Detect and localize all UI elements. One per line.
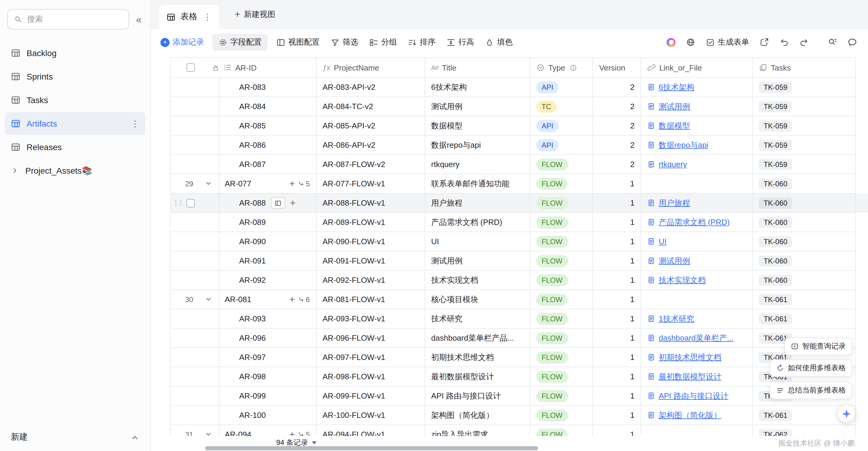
cell-project-name[interactable]: AR-084-TC-v2 — [317, 97, 425, 116]
cell-ar-id[interactable]: AR-092 + — [219, 271, 317, 290]
cell-version[interactable]: 2 — [593, 78, 641, 97]
cell-title[interactable]: 产品需求文档 (PRD) — [425, 213, 530, 232]
cell-version[interactable]: 1 — [593, 386, 641, 406]
collapse-group-icon[interactable] — [205, 180, 212, 188]
cell-link-or-file[interactable]: 架构图（简化版） — [641, 406, 753, 425]
cell-ar-id[interactable]: AR-081 + 6 — [219, 290, 316, 309]
cell-project-name[interactable]: AR-091-FLOW-v1 — [317, 251, 425, 271]
cell-ar-id[interactable]: AR-091 + — [219, 251, 317, 271]
cell-tasks[interactable]: TK-059 — [753, 155, 856, 174]
select-all-checkbox[interactable] — [186, 63, 195, 72]
cell-version[interactable]: 1 — [593, 367, 641, 386]
cell-link-or-file[interactable]: 用户旅程 — [641, 194, 753, 213]
cell-type[interactable]: FLOW — [530, 425, 593, 436]
cell-type[interactable]: FLOW — [530, 406, 593, 425]
cell-version[interactable]: 1 — [593, 232, 641, 251]
cell-title[interactable]: zip导入导出需求 — [425, 425, 530, 436]
undo-icon[interactable] — [779, 37, 789, 47]
cell-ar-id[interactable]: AR-084 + — [219, 97, 317, 116]
cell-version[interactable]: 1 — [593, 194, 641, 213]
row-select-cell[interactable]: ⋮⋮ — [171, 309, 219, 329]
add-subrecord-button[interactable]: + — [289, 294, 295, 304]
cell-version[interactable]: 1 — [593, 271, 641, 290]
column-header-type[interactable]: Type — [530, 57, 593, 78]
cell-project-name[interactable]: AR-089-FLOW-v1 — [317, 213, 425, 232]
tab-table-view[interactable]: 表格 ⋮ — [159, 5, 219, 29]
row-select-cell[interactable]: ⋮⋮ — [171, 251, 219, 271]
info-icon[interactable] — [569, 64, 577, 71]
sidebar-item-backlog[interactable]: Backlog — [5, 42, 145, 65]
cell-title[interactable]: 数据repo与api — [425, 136, 530, 155]
row-select-cell[interactable]: ⋮⋮ — [171, 155, 219, 174]
cell-link-or-file[interactable]: 产品需求文档 (PRD) — [641, 213, 753, 232]
cell-link-or-file[interactable]: 数据repo与api — [641, 136, 753, 155]
cell-project-name[interactable]: AR-083-API-v2 — [317, 78, 425, 97]
cell-tasks[interactable]: TK-060 — [753, 194, 856, 213]
row-select-cell[interactable]: ⋮⋮ — [171, 116, 219, 136]
cell-version[interactable]: 1 — [593, 348, 641, 367]
column-header-link-or-file[interactable]: Link_or_File — [641, 57, 753, 78]
row-select-cell[interactable]: ⋮⋮ — [171, 232, 219, 251]
collapse-sidebar-button[interactable]: « — [135, 14, 143, 24]
cell-ar-id[interactable]: AR-085 + — [219, 116, 317, 136]
cell-version[interactable]: 1 — [593, 290, 641, 309]
search-input[interactable]: 搜索 — [7, 9, 129, 30]
cell-project-name[interactable]: AR-087-FLOW-v2 — [317, 155, 425, 174]
cell-type[interactable]: FLOW — [530, 329, 593, 348]
row-select-cell[interactable]: ⋮⋮ — [171, 329, 219, 348]
file-link[interactable]: 最初数据模型设计 — [659, 371, 721, 382]
cell-title[interactable]: rtkquery — [425, 155, 530, 174]
table-row[interactable]: ⋮⋮ AR-089 + AR-089-FLOW-v1 产品需求文档 (PRD) … — [171, 213, 868, 232]
cell-version[interactable]: 1 — [593, 174, 641, 194]
cell-ar-id[interactable]: AR-083 + — [219, 78, 317, 97]
collapse-group-icon[interactable] — [205, 295, 212, 303]
add-subrecord-button[interactable]: + — [289, 429, 295, 436]
sidebar-folder-project-assets[interactable]: Project_Assets📚 — [5, 159, 145, 182]
cell-version[interactable]: 2 — [593, 97, 641, 116]
cell-version[interactable]: 1 — [593, 309, 641, 329]
cell-version[interactable]: 1 — [593, 213, 641, 232]
cell-type[interactable]: FLOW — [530, 174, 593, 194]
row-select-cell[interactable]: ⋮⋮ — [171, 78, 219, 97]
cell-project-name[interactable]: AR-086-API-v2 — [317, 136, 425, 155]
cell-type[interactable]: FLOW — [530, 213, 593, 232]
row-select-cell[interactable]: ⋮⋮ — [171, 406, 219, 425]
cell-tasks[interactable]: TK-060 — [753, 213, 856, 232]
file-link[interactable]: 用户旅程 — [659, 197, 690, 208]
cell-tasks[interactable]: TK-059 — [753, 97, 856, 116]
cell-project-name[interactable]: AR-093-FLOW-v1 — [317, 309, 425, 329]
add-record-button[interactable]: + 添加记录 — [160, 37, 204, 47]
table-row[interactable]: ⋮⋮ AR-084 + AR-084-TC-v2 测试用例 TC 2 测试用例 … — [171, 97, 868, 116]
cell-version[interactable]: 1 — [593, 406, 641, 425]
row-height-button[interactable]: 行高 — [446, 37, 474, 47]
row-checkbox[interactable] — [186, 199, 195, 207]
cell-title[interactable]: 测试用例 — [425, 97, 530, 116]
sidebar-item-sprints[interactable]: Sprints — [5, 65, 145, 88]
cell-link-or-file[interactable]: 1技术研究 — [641, 309, 753, 329]
cell-type[interactable]: TC — [530, 97, 593, 116]
cell-title[interactable]: 核心项目模块 — [425, 290, 530, 309]
cell-ar-id[interactable]: AR-087 + — [219, 155, 317, 174]
file-link[interactable]: rtkquery — [659, 160, 687, 169]
cell-type[interactable]: FLOW — [530, 232, 593, 251]
ai-suggestion-summarize[interactable]: 总结当前多维表格 — [770, 382, 852, 399]
cell-link-or-file[interactable]: 6技术架构 — [641, 78, 753, 97]
cell-type[interactable]: FLOW — [530, 367, 593, 386]
search-records-icon[interactable] — [828, 37, 837, 47]
file-link[interactable]: 技术实现文档 — [659, 275, 706, 286]
cell-version[interactable]: 1 — [593, 329, 641, 348]
cell-type[interactable]: API — [530, 78, 593, 97]
cell-link-or-file[interactable]: 测试用例 — [641, 97, 753, 116]
row-select-cell[interactable]: ⋮⋮ 29 — [171, 174, 219, 194]
row-select-cell[interactable]: ⋮⋮ — [171, 136, 219, 155]
cell-ar-id[interactable]: AR-100 + — [219, 406, 317, 425]
field-config-button[interactable]: 字段配置 — [212, 34, 268, 51]
table-row[interactable]: ⋮⋮ AR-100 + AR-100-FLOW-v1 架构图（简化版） FLOW… — [171, 406, 868, 425]
table-row[interactable]: ⋮⋮ AR-085 + AR-085-API-v2 数据模型 API 2 数据模… — [171, 116, 868, 136]
cell-link-or-file[interactable]: UI — [641, 232, 753, 251]
table-row[interactable]: ⋮⋮ 30 AR-081 + 6 AR-081-FLOW-v1 核心项目模块 F… — [171, 290, 868, 309]
cell-ar-id[interactable]: AR-094 + 5 — [219, 425, 316, 436]
horizontal-scrollbar-thumb[interactable] — [205, 446, 538, 450]
cell-type[interactable]: FLOW — [530, 309, 593, 329]
cell-project-name[interactable]: AR-098-FLOW-v1 — [317, 367, 425, 386]
